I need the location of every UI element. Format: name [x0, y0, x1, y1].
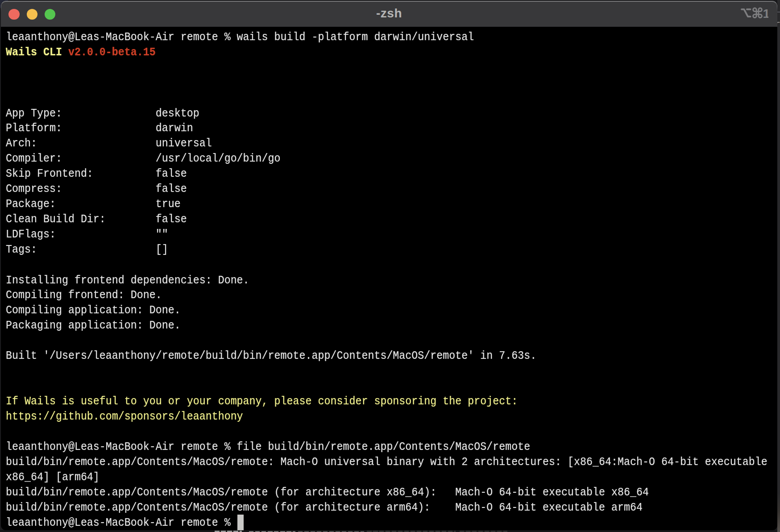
svg-text:1: 1: [763, 6, 769, 21]
